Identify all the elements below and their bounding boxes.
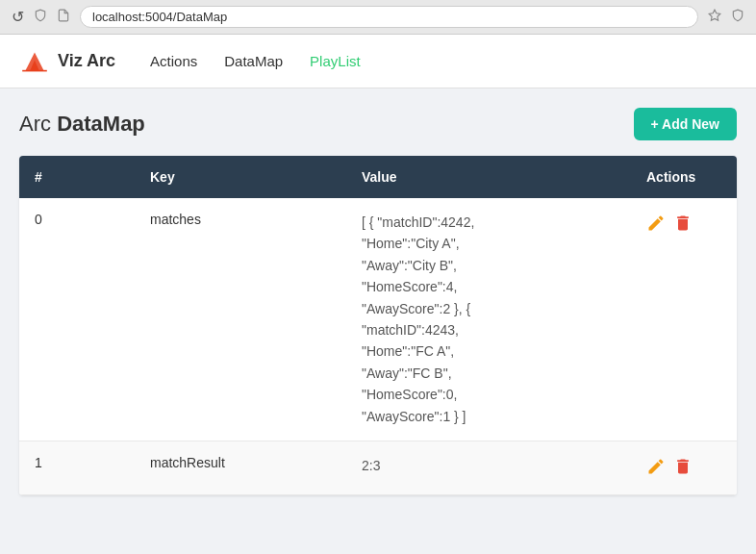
data-table-wrapper: # Key Value Actions 0 matches [ { "match…: [19, 156, 737, 495]
shield-right-icon: [731, 9, 744, 25]
page-content: Arc DataMap + Add New # Key Value Action…: [0, 88, 756, 554]
nav-datamap[interactable]: DataMap: [213, 47, 294, 75]
table-body: 0 matches [ { "matchID":4242, "Home":"Ci…: [19, 198, 737, 494]
navbar-nav: Actions DataMap PlayList: [139, 47, 372, 75]
table-row: 0 matches [ { "matchID":4242, "Home":"Ci…: [19, 198, 737, 441]
col-header-value: Value: [346, 156, 631, 198]
edit-icon[interactable]: [646, 457, 666, 481]
url-bar[interactable]: localhost:5004/DataMap: [80, 6, 698, 28]
page-title-bold: DataMap: [57, 112, 145, 136]
svg-marker-0: [709, 10, 720, 20]
table-header-row: # Key Value Actions: [19, 156, 737, 198]
brand: Viz Arc: [19, 46, 115, 77]
cell-num: 0: [19, 198, 135, 441]
app-wrapper: Viz Arc Actions DataMap PlayList Arc Dat…: [0, 35, 756, 554]
cell-actions: [631, 198, 737, 441]
browser-chrome: ↺ localhost:5004/DataMap: [0, 0, 756, 35]
page-title-normal: Arc: [19, 112, 57, 136]
col-header-key: Key: [135, 156, 346, 198]
navbar: Viz Arc Actions DataMap PlayList: [0, 35, 756, 88]
brand-name: Viz Arc: [58, 51, 115, 71]
cell-num: 1: [19, 441, 135, 494]
cell-value: 2:3: [346, 441, 631, 494]
cell-value: [ { "matchID":4242, "Home":"City A", "Aw…: [346, 198, 631, 441]
nav-playlist[interactable]: PlayList: [298, 47, 372, 75]
delete-icon[interactable]: [673, 214, 693, 238]
nav-actions[interactable]: Actions: [139, 47, 209, 75]
shield-icon: [34, 9, 47, 25]
url-text: localhost:5004/DataMap: [92, 10, 227, 24]
page-icon: [57, 9, 70, 25]
table-row: 1 matchResult 2:3: [19, 441, 737, 494]
add-new-button[interactable]: + Add New: [634, 108, 737, 140]
page-header: Arc DataMap + Add New: [19, 108, 737, 140]
cell-actions: [631, 441, 737, 494]
reload-icon[interactable]: ↺: [12, 8, 24, 26]
star-icon[interactable]: [708, 9, 721, 25]
brand-logo-icon: [19, 46, 50, 77]
col-header-num: #: [19, 156, 135, 198]
col-header-actions: Actions: [631, 156, 737, 198]
cell-key: matches: [135, 198, 346, 441]
data-table: # Key Value Actions 0 matches [ { "match…: [19, 156, 737, 495]
delete-icon[interactable]: [673, 457, 693, 481]
cell-key: matchResult: [135, 441, 346, 494]
page-title: Arc DataMap: [19, 112, 145, 137]
edit-icon[interactable]: [646, 214, 666, 238]
